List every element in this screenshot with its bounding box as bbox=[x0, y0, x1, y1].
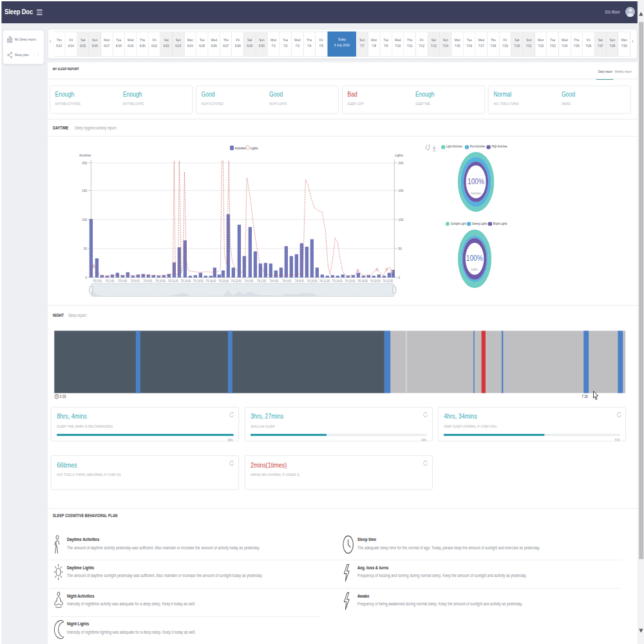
svg-text:7/5 8:00: 7/5 8:00 bbox=[143, 279, 153, 283]
svg-text:7/6 20:00: 7/6 20:00 bbox=[370, 279, 381, 283]
svg-text:7/5 2:00: 7/5 2:00 bbox=[105, 279, 115, 283]
svg-text:7/5 12:00: 7/5 12:00 bbox=[167, 279, 178, 283]
svg-text:100%: 100% bbox=[468, 177, 484, 185]
svg-text:100: 100 bbox=[398, 218, 403, 222]
svg-text:7/6 0:00: 7/6 0:00 bbox=[244, 279, 254, 283]
svg-text:7/5 6:00: 7/5 6:00 bbox=[130, 279, 140, 283]
svg-text:7/6 4:00: 7/6 4:00 bbox=[269, 279, 279, 283]
svg-text:7/5 20:00: 7/5 20:00 bbox=[218, 279, 229, 283]
svg-text:150: 150 bbox=[82, 189, 87, 193]
svg-text:Activities: Activities bbox=[471, 191, 481, 195]
svg-text:7/5 18:00: 7/5 18:00 bbox=[205, 279, 216, 283]
svg-text:7/6 2:00: 7/6 2:00 bbox=[256, 279, 266, 283]
svg-text:7/6 6:00: 7/6 6:00 bbox=[282, 279, 292, 283]
svg-text:7/5 10:00: 7/5 10:00 bbox=[155, 279, 166, 283]
svg-text:7/6 14:00: 7/6 14:00 bbox=[332, 279, 343, 283]
svg-text:Lights: Lights bbox=[251, 147, 258, 151]
svg-text:7/6 12:00: 7/6 12:00 bbox=[319, 279, 330, 283]
svg-text:7/5 0:00: 7/5 0:00 bbox=[92, 279, 102, 283]
svg-text:100: 100 bbox=[82, 218, 87, 222]
svg-text:0: 0 bbox=[85, 276, 87, 280]
svg-text:7/5 4:00: 7/5 4:00 bbox=[118, 279, 128, 283]
svg-text:0: 0 bbox=[398, 276, 400, 280]
svg-text:Activities: Activities bbox=[79, 153, 91, 158]
svg-text:7/6 8:00: 7/6 8:00 bbox=[294, 279, 304, 283]
svg-text:200: 200 bbox=[82, 161, 87, 166]
svg-text:Lights: Lights bbox=[471, 268, 478, 272]
svg-text:150: 150 bbox=[398, 189, 403, 193]
svg-text:7/6 18:00: 7/6 18:00 bbox=[357, 279, 368, 283]
svg-text:50: 50 bbox=[84, 247, 87, 251]
svg-text:7/5 22:00: 7/5 22:00 bbox=[231, 279, 242, 283]
svg-text:7/6 10:00: 7/6 10:00 bbox=[307, 279, 317, 283]
svg-text:Activities: Activities bbox=[234, 147, 245, 151]
svg-text:Lights: Lights bbox=[395, 153, 403, 158]
svg-text:100%: 100% bbox=[466, 254, 483, 262]
svg-text:7/5 16:00: 7/5 16:00 bbox=[193, 279, 204, 283]
svg-text:7/6 22:00: 7/6 22:00 bbox=[383, 279, 393, 283]
svg-text:50: 50 bbox=[398, 247, 401, 251]
svg-text:200: 200 bbox=[398, 161, 403, 166]
svg-text:7/5 14:00: 7/5 14:00 bbox=[180, 279, 191, 283]
svg-text:7/6 16:00: 7/6 16:00 bbox=[345, 279, 355, 283]
